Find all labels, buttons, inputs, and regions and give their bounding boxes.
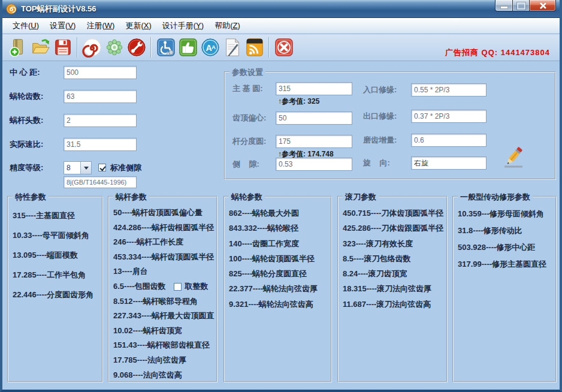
close-icon [539,2,546,10]
param-line: 8.512----蜗杆喉部导程角 [113,294,214,309]
characteristic-params-groupbox: 特性参数 315----主基圆直径 10.33----母平面倾斜角 13.095… [7,196,103,382]
precision-grade-label: 精度等级: [10,161,43,174]
param-line: 9.068----法向弦齿高 [113,368,214,383]
hand-direction-input[interactable] [411,156,487,170]
param-line: 6.5----包围齿数 [113,279,165,294]
main-base-circle-input[interactable] [276,82,352,95]
param-line: 22.377----蜗轮法向弦齿厚 [229,281,329,296]
exit-icon [274,37,294,58]
param-line: 8.5----滚刀包络齿数 [343,251,445,266]
exit-relief-label: 出口修缘: [363,110,397,123]
param-line: 503.928----修形中心距 [458,239,554,256]
param-line: 424.286----蜗杆齿根圆弧半径 [113,221,214,236]
worm-design-button[interactable] [81,36,103,59]
minimize-button[interactable] [495,0,513,11]
param-line: 11.687----滚刀法向弦齿高 [343,297,445,312]
worm-pitch-circle-label: 杆分度圆: [232,135,266,148]
maximize-button[interactable] [512,0,530,11]
tip-eccentric-input[interactable] [276,111,352,125]
param-line: 323----滚刀有效长度 [343,236,445,251]
param-line: 425.286----刀体齿跟圆弧半径 [343,221,445,236]
news-feed-button[interactable] [243,36,265,59]
dropdown-button[interactable] [80,162,91,174]
minimize-icon [500,6,508,9]
entry-relief-input[interactable] [411,83,487,97]
menu-help[interactable]: 帮助(Z) [209,18,246,34]
exit-button[interactable] [273,36,295,59]
menubar: 文件(U) 设置(V) 注册(W) 更新(X) 设计手册(Y) 帮助(Z) [2,18,560,34]
gear-settings-button[interactable] [103,36,125,59]
toolbar-separator [268,37,270,58]
param-line: 31.8----修形传动比 [458,222,554,239]
toolbar-separator [77,37,78,58]
font-icon: A A [200,37,220,58]
param-line: 10.33----母平面倾斜角 [13,225,100,245]
wrench-icon [126,37,147,58]
param-line: 9.321----蜗轮法向弦齿高 [229,297,329,312]
param-line: 13----肩台 [113,264,214,279]
open-file-button[interactable] [29,36,52,59]
backlash-label: 侧 隙: [232,158,259,171]
maximize-icon [517,2,525,10]
param-line: 8.24----滚刀齿顶宽 [343,266,445,281]
worm-starts-input[interactable] [64,114,137,127]
worm-params-groupbox: 蜗杆参数 50----蜗杆齿顶圆弧偏心量 424.286----蜗杆齿根圆弧半径… [108,196,217,382]
new-file-button[interactable] [7,36,29,59]
param-line: 315----主基圆直径 [13,206,100,225]
caption-buttons [495,0,556,11]
repair-tools-button[interactable] [125,36,147,59]
reference-value: ↑参考值: 325 [278,97,319,107]
menu-update[interactable]: 更新(X) [120,18,156,34]
edit-button[interactable] [501,144,526,169]
menu-design-manual[interactable]: 设计手册(Y) [157,18,209,34]
group-title: 滚刀参数 [343,192,379,203]
worm-starts-label: 蜗杆头数: [10,114,43,127]
hob-params-groupbox: 滚刀参数 450.715----刀体齿顶圆弧半径 425.286----刀体齿跟… [337,196,448,382]
close-button[interactable] [529,0,556,11]
center-distance-label: 中 心 距: [10,66,40,79]
param-line: 227.343----蜗杆最大齿顶圆直 [113,309,214,324]
param-line: 140----齿圈工作宽度 [229,236,329,251]
standard-backlash-checkbox[interactable] [98,164,106,171]
worm-spiral-icon [82,37,102,58]
backlash-input[interactable] [276,158,352,171]
save-button[interactable] [52,36,74,59]
wheel-teeth-input[interactable] [64,90,137,103]
param-line: 22.446----分度圆齿形角 [13,285,100,304]
design-draft-button[interactable] [221,36,243,59]
center-distance-input[interactable] [64,66,137,79]
group-title: 蜗杆参数 [113,192,149,203]
grinding-allowance-input[interactable] [411,134,487,147]
hand-direction-label: 旋 向: [363,156,390,170]
modification-params-groupbox: 一般型传动修形参数 10.359---修形母面倾斜角 31.8----修形传动比… [452,196,557,382]
save-icon [53,37,73,58]
param-line: 151.43----蜗杆喉部齿根直径 [113,338,214,353]
thumbs-up-icon [178,37,198,58]
param-line: 17.285----工作半包角 [13,265,100,285]
param-line: 450.715----刀体齿顶圆弧半径 [343,206,445,221]
menu-register[interactable]: 注册(W) [81,18,120,34]
round-to-integer-checkbox[interactable] [174,283,182,291]
standard-code-input[interactable] [64,176,137,188]
grinding-allowance-label: 磨齿增量: [363,134,397,147]
param-line: 843.332----蜗轮喉径 [229,221,329,236]
accessibility-button[interactable] [155,36,177,59]
param-line: 10.359---修形母面倾斜角 [458,206,554,222]
font-settings-button[interactable]: A A [199,36,221,59]
precision-grade-dropdown[interactable]: 8 [64,161,92,174]
worm-pitch-circle-input[interactable] [276,135,352,148]
wheel-teeth-label: 蜗轮齿数: [10,90,43,103]
actual-ratio-label: 实际速比: [10,138,43,151]
pencil-icon [501,144,526,169]
actual-ratio-input[interactable] [64,138,137,151]
param-line: 453.334----蜗杆齿顶圆弧半径 [113,250,214,265]
param-line: 825----蜗轮分度圆直径 [229,266,329,281]
param-line: 13.095----端面模数 [13,245,100,265]
recommend-button[interactable] [177,36,199,59]
menu-file[interactable]: 文件(U) [7,18,44,34]
param-line: 862----蜗轮最大外圆 [229,206,329,221]
precision-grade-value: 8 [64,162,80,174]
param-line: 18.315----滚刀法向弦齿厚 [343,281,445,296]
exit-relief-input[interactable] [411,110,487,123]
menu-settings[interactable]: 设置(V) [44,18,81,34]
